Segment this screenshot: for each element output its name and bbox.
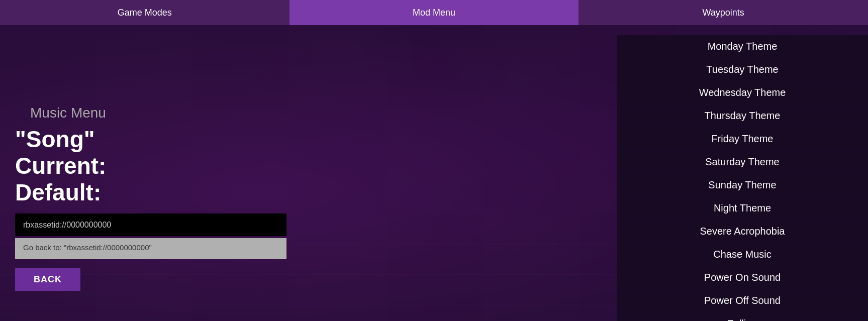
top-navigation: Game Modes Mod Menu Waypoints <box>0 0 868 25</box>
music-item[interactable]: Power On Sound <box>617 266 868 289</box>
music-item[interactable]: Friday Theme <box>617 128 868 151</box>
music-list: Monday ThemeTuesday ThemeWednesday Theme… <box>617 35 868 321</box>
music-item[interactable]: Falling <box>617 312 868 321</box>
music-item[interactable]: Severe Acrophobia <box>617 220 868 243</box>
music-item[interactable]: Chase Music <box>617 243 868 266</box>
song-line3: Default: <box>15 179 602 206</box>
music-item[interactable]: Power Off Sound <box>617 289 868 312</box>
music-item[interactable]: Sunday Theme <box>617 174 868 197</box>
page-title: Music Menu <box>15 96 602 126</box>
song-line2: Current: <box>15 153 602 179</box>
waypoints-button[interactable]: Waypoints <box>578 0 868 25</box>
song-line1: "Song" <box>15 126 602 153</box>
music-item[interactable]: Saturday Theme <box>617 151 868 174</box>
music-item[interactable]: Tuesday Theme <box>617 58 868 81</box>
go-back-button[interactable]: Go back to: "rbxassetid://0000000000" <box>15 238 286 259</box>
song-label: "Song" Current: Default: <box>15 126 602 206</box>
mod-menu-button[interactable]: Mod Menu <box>290 0 579 25</box>
music-item[interactable]: Thursday Theme <box>617 104 868 128</box>
left-area: Music Menu "Song" Current: Default: Go b… <box>0 30 617 321</box>
input-container: Go back to: "rbxassetid://0000000000" <box>15 213 602 259</box>
music-item[interactable]: Night Theme <box>617 197 868 220</box>
main-content: Game Modes Mod Menu Waypoints Music Menu… <box>0 0 868 321</box>
main-area: Music Menu "Song" Current: Default: Go b… <box>0 25 868 321</box>
asset-id-input[interactable] <box>15 213 286 236</box>
music-item[interactable]: Monday Theme <box>617 35 868 58</box>
back-button[interactable]: BACK <box>15 268 80 291</box>
music-item[interactable]: Wednesday Theme <box>617 81 868 104</box>
game-modes-button[interactable]: Game Modes <box>0 0 290 25</box>
